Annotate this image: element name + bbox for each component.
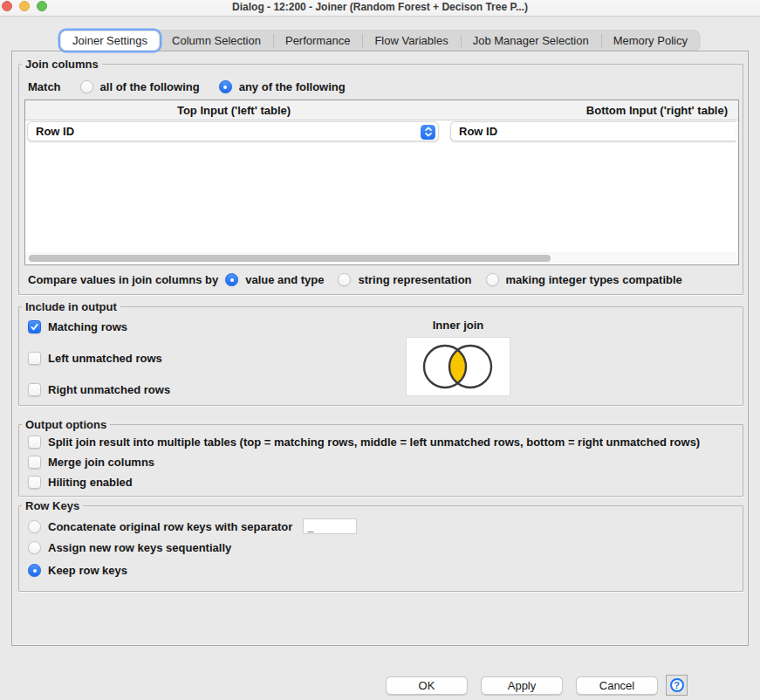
tab-column-selection[interactable]: Column Selection (160, 31, 273, 51)
matching-rows-row: Matching rows (28, 320, 127, 333)
joiner-settings-panel: Join columns Match all of the following … (11, 51, 749, 646)
checkbox-split-join-result-label[interactable]: Split join result into multiple tables (… (48, 436, 700, 449)
output-options-legend: Output options (22, 418, 110, 431)
radio-match-all[interactable] (80, 80, 93, 93)
compare-values-row: Compare values in join columns by value … (28, 273, 682, 286)
right-table-header: Bottom Input ('right' table) (586, 100, 728, 120)
radio-string-representation[interactable] (338, 273, 351, 286)
hiliting-enabled-row: Hiliting enabled (28, 476, 133, 489)
row-keys-legend: Row Keys (22, 499, 83, 512)
horizontal-scrollbar-thumb[interactable] (29, 255, 551, 262)
combo-stepper-icon[interactable] (421, 125, 435, 140)
radio-value-and-type[interactable] (225, 273, 238, 286)
radio-match-any[interactable] (219, 80, 232, 93)
join-columns-table: Top Input ('left' table) Bottom Input ('… (24, 100, 739, 265)
radio-keep-row-keys-label[interactable]: Keep row keys (48, 564, 127, 577)
radio-concatenate-row-keys[interactable] (28, 520, 41, 533)
radio-keep-row-keys[interactable] (28, 564, 41, 577)
match-label: Match (28, 80, 61, 93)
join-preview-title: Inner join (406, 319, 510, 332)
cancel-button[interactable]: Cancel (576, 676, 658, 695)
checkbox-right-unmatched-rows[interactable] (28, 383, 41, 396)
help-button[interactable]: ? (666, 675, 688, 696)
row-keys-group: Row Keys Concatenate original row keys w… (18, 505, 743, 592)
match-row: Match all of the following any of the fo… (28, 80, 346, 93)
right-unmatched-rows-row: Right unmatched rows (28, 383, 170, 396)
radio-assign-new-row-keys[interactable] (28, 541, 41, 554)
apply-button[interactable]: Apply (481, 676, 563, 695)
radio-concatenate-row-keys-label[interactable]: Concatenate original row keys with separ… (48, 520, 292, 533)
separator-input[interactable] (303, 518, 357, 534)
tab-bar: Joiner Settings Column Selection Perform… (0, 31, 760, 51)
right-join-column-value: Row ID (459, 125, 497, 138)
tab-strip: Joiner Settings Column Selection Perform… (60, 31, 700, 51)
checkbox-merge-join-columns[interactable] (28, 456, 41, 469)
checkbox-left-unmatched-rows-label[interactable]: Left unmatched rows (48, 352, 162, 365)
merge-join-columns-row: Merge join columns (28, 456, 154, 469)
horizontal-scrollbar[interactable] (26, 252, 737, 264)
left-unmatched-rows-row: Left unmatched rows (28, 352, 162, 365)
concatenate-row-keys-row: Concatenate original row keys with separ… (28, 518, 357, 534)
checkbox-matching-rows-label[interactable]: Matching rows (48, 320, 127, 333)
tab-flow-variables[interactable]: Flow Variables (362, 31, 460, 51)
tab-joiner-settings[interactable]: Joiner Settings (60, 31, 160, 51)
titlebar: Dialog - 12:200 - Joiner (Random Forest … (0, 0, 760, 17)
join-columns-group: Join columns Match all of the following … (18, 64, 743, 295)
keep-row-keys-row: Keep row keys (28, 564, 127, 577)
join-columns-table-header: Top Input ('left' table) Bottom Input ('… (25, 100, 738, 120)
checkbox-right-unmatched-rows-label[interactable]: Right unmatched rows (48, 383, 170, 396)
split-join-result-row: Split join result into multiple tables (… (28, 436, 700, 449)
join-columns-legend: Join columns (22, 58, 102, 71)
checkbox-matching-rows[interactable] (28, 320, 41, 333)
include-in-output-group: Include in output Matching rows Left unm… (18, 306, 743, 406)
assign-new-row-keys-row: Assign new row keys sequentially (28, 541, 231, 554)
include-in-output-legend: Include in output (22, 300, 120, 313)
radio-assign-new-row-keys-label[interactable]: Assign new row keys sequentially (48, 541, 231, 554)
right-join-column-select[interactable]: Row ID (450, 121, 736, 141)
help-icon: ? (670, 678, 684, 692)
joiner-dialog-window: Dialog - 12:200 - Joiner (Random Forest … (0, 0, 760, 700)
inner-join-venn-icon (406, 337, 510, 396)
radio-match-any-label[interactable]: any of the following (239, 80, 346, 93)
tab-job-manager-selection[interactable]: Job Manager Selection (461, 31, 601, 51)
radio-string-representation-label[interactable]: string representation (358, 273, 471, 286)
tab-performance[interactable]: Performance (273, 31, 362, 51)
left-join-column-select[interactable]: Row ID (27, 121, 439, 141)
checkbox-left-unmatched-rows[interactable] (28, 352, 41, 365)
checkbox-hiliting-enabled[interactable] (28, 476, 41, 489)
window-title: Dialog - 12:200 - Joiner (Random Forest … (0, 0, 760, 17)
radio-value-and-type-label[interactable]: value and type (245, 273, 324, 286)
checkbox-split-join-result[interactable] (28, 436, 41, 449)
ok-button[interactable]: OK (386, 676, 468, 695)
left-join-column-value: Row ID (36, 125, 74, 138)
compare-values-label: Compare values in join columns by (28, 273, 218, 286)
left-table-header: Top Input ('left' table) (25, 100, 442, 120)
checkbox-hiliting-enabled-label[interactable]: Hiliting enabled (48, 476, 133, 489)
checkbox-merge-join-columns-label[interactable]: Merge join columns (48, 456, 154, 469)
radio-integer-types-compatible-label[interactable]: making integer types compatible (506, 273, 682, 286)
radio-match-all-label[interactable]: all of the following (100, 80, 200, 93)
tab-memory-policy[interactable]: Memory Policy (601, 31, 700, 51)
output-options-group: Output options Split join result into mu… (18, 424, 743, 497)
radio-integer-types-compatible[interactable] (486, 273, 499, 286)
